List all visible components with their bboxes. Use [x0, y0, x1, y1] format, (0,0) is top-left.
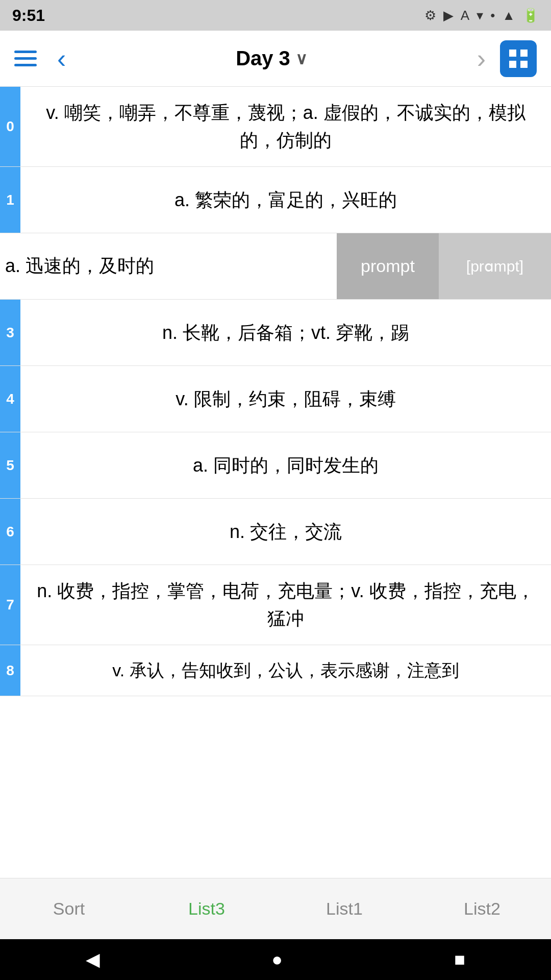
row-definition: n. 交往，交流: [20, 499, 551, 565]
nav-home-button[interactable]: ●: [251, 944, 303, 975]
nav-recent-button[interactable]: ■: [434, 944, 486, 975]
row-definition: n. 长靴，后备箱；vt. 穿靴，踢: [20, 300, 551, 365]
row-definition: v. 承认，告知收到，公认，表示感谢，注意到: [20, 645, 551, 696]
vocab-row-partial[interactable]: 8 v. 承认，告知收到，公认，表示感谢，注意到: [0, 645, 551, 696]
tab-list3[interactable]: List3: [138, 878, 276, 939]
vocab-row[interactable]: 7 n. 收费，指控，掌管，电荷，充电量；v. 收费，指控，充电，猛冲: [0, 565, 551, 645]
phonetic-button[interactable]: [prɑmpt]: [439, 233, 551, 299]
row-definition: v. 限制，约束，阻碍，束缚: [20, 366, 551, 432]
vocab-row[interactable]: 6 n. 交往，交流: [0, 499, 551, 565]
app-bar-title[interactable]: Day 3 ∨: [236, 47, 307, 70]
row-index: 8: [0, 645, 20, 696]
app-bar-left: ‹: [14, 45, 70, 72]
word-button[interactable]: prompt: [337, 233, 439, 299]
app-bar-right: ›: [473, 40, 537, 77]
signal-icon: ▲: [502, 8, 515, 23]
row-index: 5: [0, 432, 20, 498]
vocab-row[interactable]: 1 a. 繁荣的，富足的，兴旺的: [0, 167, 551, 233]
svg-rect-1: [520, 50, 528, 57]
svg-rect-0: [509, 50, 516, 57]
row-definition: n. 收费，指控，掌管，电荷，充电量；v. 收费，指控，充电，猛冲: [20, 565, 551, 645]
font-icon: A: [461, 8, 469, 23]
nav-bar: ◀ ● ■: [0, 939, 551, 980]
row-definition: a. 同时的，同时发生的: [20, 432, 551, 498]
play-icon: ▶: [443, 8, 454, 23]
vocab-row-2[interactable]: a. 迅速的，及时的 prompt [prɑmpt]: [0, 233, 551, 300]
row-definition: v. 嘲笑，嘲弄，不尊重，蔑视；a. 虚假的，不诚实的，模拟的，仿制的: [20, 87, 551, 166]
dot-icon: •: [490, 8, 495, 23]
row-index: 7: [0, 565, 20, 645]
row-index: 6: [0, 499, 20, 565]
bottom-tab-bar: Sort List3 List1 List2: [0, 878, 551, 939]
row-index: 4: [0, 366, 20, 432]
vocab-row[interactable]: 3 n. 长靴，后备箱；vt. 穿靴，踢: [0, 300, 551, 366]
row-index: 0: [0, 87, 20, 166]
nav-back-button[interactable]: ◀: [65, 944, 120, 975]
vocab-row[interactable]: 4 v. 限制，约束，阻碍，束缚: [0, 366, 551, 432]
row-definition: a. 繁荣的，富足的，兴旺的: [20, 167, 551, 233]
status-time: 9:51: [12, 6, 45, 25]
grid-view-button[interactable]: [500, 40, 537, 77]
gear-icon: ⚙: [424, 8, 436, 23]
back-button[interactable]: ‹: [53, 45, 70, 72]
row-index: 3: [0, 300, 20, 365]
chevron-down-icon: ∨: [295, 49, 307, 68]
status-bar: 9:51 ⚙ ▶ A ▾ • ▲ 🔋: [0, 0, 551, 31]
day-title: Day 3: [236, 47, 290, 70]
svg-rect-3: [520, 61, 528, 68]
grid-icon: [506, 46, 531, 71]
vocab-row[interactable]: 0 v. 嘲笑，嘲弄，不尊重，蔑视；a. 虚假的，不诚实的，模拟的，仿制的: [0, 87, 551, 167]
forward-button[interactable]: ›: [473, 43, 490, 74]
vocab-list: 0 v. 嘲笑，嘲弄，不尊重，蔑视；a. 虚假的，不诚实的，模拟的，仿制的 1 …: [0, 87, 551, 696]
tab-sort[interactable]: Sort: [0, 878, 138, 939]
row-index: 1: [0, 167, 20, 233]
app-bar: ‹ Day 3 ∨ ›: [0, 31, 551, 87]
battery-icon: 🔋: [522, 8, 539, 23]
status-icons: ⚙ ▶ A ▾ • ▲ 🔋: [424, 8, 539, 23]
wifi-icon: ▾: [477, 8, 483, 23]
word-popup: prompt [prɑmpt]: [337, 233, 551, 299]
menu-button[interactable]: [14, 51, 37, 66]
tab-list2[interactable]: List2: [413, 878, 551, 939]
svg-rect-2: [509, 61, 516, 68]
vocab-row[interactable]: 5 a. 同时的，同时发生的: [0, 432, 551, 499]
tab-list1[interactable]: List1: [276, 878, 413, 939]
